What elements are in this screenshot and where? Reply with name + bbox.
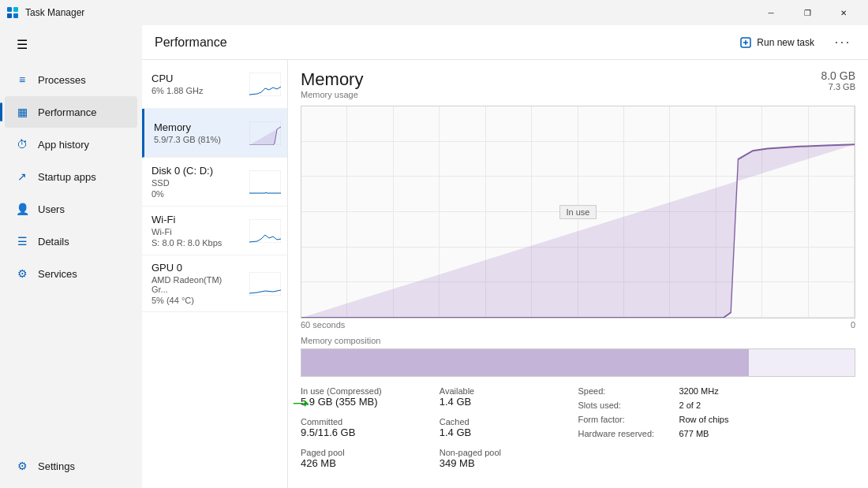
svg-rect-7	[249, 73, 281, 96]
stat-available: Available 1.4 GB	[440, 386, 578, 408]
sidebar-item-processes[interactable]: ≡ Processes	[5, 64, 137, 95]
sidebar-label-users: Users	[38, 203, 65, 215]
perf-mini-graph-cpu	[249, 73, 281, 96]
composition-label: Memory composition	[301, 336, 855, 345]
hw-reserved-value: 677 MB	[679, 429, 709, 438]
in-use-value: 5.9 GB (355 MB)	[301, 396, 440, 408]
sidebar-item-app-history[interactable]: ⏱ App history	[5, 129, 137, 160]
gpu-sparkline	[249, 272, 281, 296]
time-label: 60 seconds	[301, 320, 345, 330]
graph-container: // Will be populated after In use	[301, 106, 855, 319]
perf-item-sub2-disk: 0%	[152, 189, 238, 199]
more-options-button[interactable]: ···	[830, 30, 855, 55]
svg-rect-9	[249, 170, 281, 194]
more-icon: ···	[834, 34, 851, 50]
users-icon: 👤	[14, 201, 30, 217]
sidebar-item-services[interactable]: ⚙ Services	[5, 258, 137, 289]
wifi-sparkline	[249, 219, 281, 243]
perf-item-memory[interactable]: Memory 5.9/7.3 GB (81%)	[142, 109, 287, 158]
sidebar-label-startup-apps: Startup apps	[38, 171, 96, 183]
sidebar-item-details[interactable]: ☰ Details	[5, 225, 137, 257]
perf-item-disk[interactable]: Disk 0 (C: D:) SSD 0%	[142, 158, 287, 207]
app-history-icon: ⏱	[14, 136, 30, 152]
sidebar-item-settings[interactable]: ⚙ Settings	[5, 450, 137, 482]
graph-footer: 60 seconds 0	[301, 320, 855, 330]
perf-mini-graph-wifi	[249, 219, 281, 243]
perf-item-sub1-wifi: Wi-Fi	[152, 227, 238, 237]
perf-item-sub1-cpu: 6% 1.88 GHz	[152, 86, 238, 95]
page-title: Performance	[155, 35, 730, 50]
graph-header: Memory Memory usage 8.0 GB 7.3 GB	[301, 69, 855, 102]
stat-committed: Committed 9.5/11.6 GB	[301, 417, 440, 438]
stat-speed: Speed: 3200 MHz	[578, 386, 856, 396]
perf-mini-graph-gpu	[249, 272, 281, 296]
svg-rect-3	[13, 13, 18, 18]
form-factor-value: Row of chips	[679, 415, 729, 424]
sidebar-label-services: Services	[38, 268, 77, 280]
hamburger-icon: ☰	[17, 37, 28, 52]
perf-mini-graph-disk	[249, 170, 281, 194]
in-use-label-text: In use (Compressed)	[301, 386, 440, 396]
perf-item-name-cpu: CPU	[152, 73, 238, 84]
cached-label: Cached	[440, 417, 578, 427]
graph-value-sub: 7.3 GB	[821, 82, 855, 91]
sidebar-label-details: Details	[38, 236, 69, 248]
performance-icon: ▦	[14, 104, 30, 120]
stat-hw-reserved: Hardware reserved: 677 MB	[578, 429, 856, 438]
performance-list: CPU 6% 1.88 GHz Memory 5.9/7.3 GB (81%)	[142, 60, 288, 488]
app-icon	[6, 6, 19, 19]
cpu-sparkline	[249, 73, 281, 96]
perf-item-name-gpu: GPU 0	[152, 262, 238, 274]
settings-icon: ⚙	[14, 458, 30, 474]
processes-icon: ≡	[14, 72, 30, 88]
perf-item-name-wifi: Wi-Fi	[152, 214, 238, 225]
minimize-button[interactable]: ─	[753, 0, 789, 25]
sidebar-item-users[interactable]: 👤 Users	[5, 193, 137, 225]
graph-subtitle: Memory usage	[301, 90, 363, 99]
perf-item-wifi[interactable]: Wi-Fi Wi-Fi S: 8.0 R: 8.0 Kbps	[142, 207, 287, 255]
stats-col-left: In use (Compressed) 5.9 GB (355 MB) Comm…	[301, 386, 440, 479]
slots-label: Slots used:	[578, 400, 673, 410]
main-header: Performance Run new task ···	[142, 25, 868, 60]
sidebar-item-performance[interactable]: ▦ Performance	[5, 96, 137, 128]
comp-available	[749, 349, 855, 376]
perf-item-name-disk: Disk 0 (C: D:)	[152, 165, 238, 177]
comp-in-use	[301, 349, 749, 376]
non-paged-value: 349 MB	[440, 457, 578, 469]
sidebar: ☰ ≡ Processes ▦ Performance ⏱ App histor…	[0, 25, 142, 488]
main-content: Performance Run new task ···	[142, 25, 868, 488]
perf-item-cpu[interactable]: CPU 6% 1.88 GHz	[142, 60, 287, 109]
stat-cached: Cached 1.4 GB	[440, 417, 578, 438]
perf-mini-graph-memory	[249, 121, 281, 145]
disk-sparkline	[249, 170, 281, 194]
composition-bar	[301, 348, 855, 377]
paged-pool-value: 426 MB	[301, 457, 440, 469]
app-body: ☰ ≡ Processes ▦ Performance ⏱ App histor…	[0, 25, 868, 488]
sidebar-label-processes: Processes	[38, 74, 86, 86]
non-paged-label: Non-paged pool	[440, 448, 578, 457]
speed-value: 3200 MHz	[679, 386, 719, 396]
restore-button[interactable]: ❐	[789, 0, 825, 25]
stat-paged-pool: Paged pool 426 MB	[301, 448, 440, 469]
run-icon	[739, 36, 752, 49]
committed-label: Committed	[301, 417, 440, 427]
graph-title: Memory	[301, 69, 363, 90]
startup-apps-icon: ↗	[14, 169, 30, 184]
committed-value: 9.5/11.6 GB	[301, 427, 440, 438]
window-controls: ─ ❐ ✕	[753, 0, 862, 25]
graph-value-main: 8.0 GB	[821, 69, 855, 82]
run-new-task-button[interactable]: Run new task	[730, 33, 824, 52]
sidebar-label-performance: Performance	[38, 106, 96, 118]
svg-rect-1	[13, 7, 18, 12]
services-icon: ⚙	[14, 266, 30, 281]
close-button[interactable]: ✕	[825, 0, 862, 25]
perf-item-gpu[interactable]: GPU 0 AMD Radeon(TM) Gr... 5% (44 °C)	[142, 255, 287, 312]
svg-rect-0	[7, 7, 12, 12]
titlebar: Task Manager ─ ❐ ✕	[0, 0, 868, 25]
memory-sparkline	[249, 121, 281, 145]
sidebar-item-startup-apps[interactable]: ↗ Startup apps	[5, 161, 137, 192]
perf-item-sub1-gpu: AMD Radeon(TM) Gr...	[152, 275, 238, 294]
hamburger-button[interactable]: ☰	[6, 28, 38, 60]
stat-non-paged: Non-paged pool 349 MB	[440, 448, 578, 469]
run-new-task-label: Run new task	[757, 37, 814, 48]
